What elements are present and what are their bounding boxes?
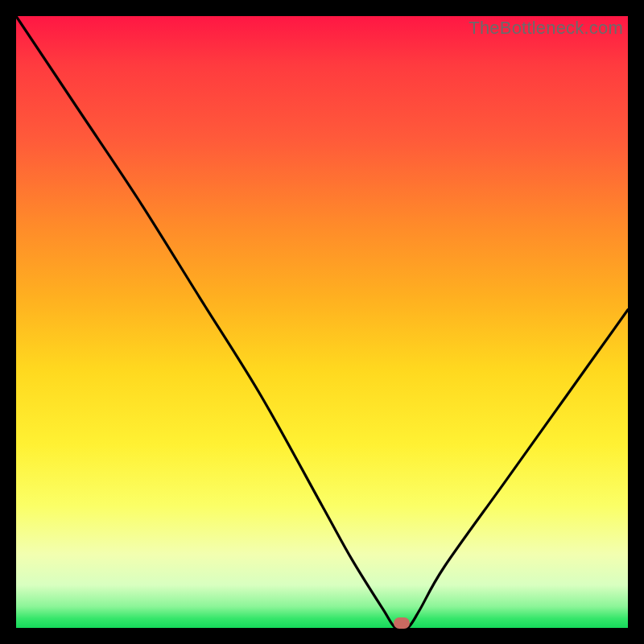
- bottleneck-curve: [16, 16, 628, 628]
- plot-area: TheBottleneck.com: [16, 16, 628, 628]
- chart-frame: TheBottleneck.com: [0, 0, 644, 644]
- optimal-point-marker: [394, 617, 410, 629]
